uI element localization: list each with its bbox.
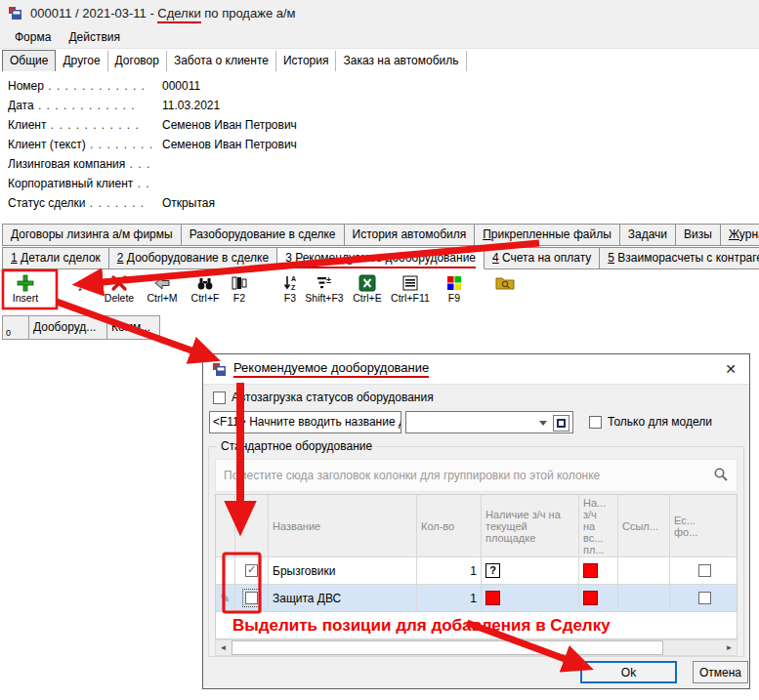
equipment-name-input[interactable]: <F11> Начните вводить название дообор <box>209 411 401 433</box>
column-header-dooborudovanie[interactable]: Дооборуд... <box>29 316 107 340</box>
header-nalichie-current[interactable]: Наличие з/ч на текущей площадке <box>482 495 579 557</box>
grid-toolbar: Insert Delete Ctrl+M Ctrl+F F2 AZ F3 ± S <box>4 274 518 315</box>
top-tab-strip: Общие Другое Договор Забота о клиенте Ис… <box>2 50 467 71</box>
tab-razoborudovanie[interactable]: Разоборудование в сделке <box>181 224 345 246</box>
insert-button[interactable]: Insert <box>4 274 47 304</box>
tab-2-dooborudovanie[interactable]: 2 Дооборудование в сделке <box>108 247 277 269</box>
tab-dogovory-lizinga[interactable]: Договоры лизинга а/м фирмы <box>2 224 182 246</box>
header-nalichie-all[interactable]: На... з/ч на вс... пл... <box>579 495 618 557</box>
scroll-left-icon[interactable] <box>216 643 231 652</box>
field-row: Статус сделки . . . . . . .Открытая <box>8 193 438 213</box>
horizontal-scrollbar[interactable] <box>215 639 738 656</box>
field-status-value[interactable]: Открытая <box>162 196 215 210</box>
field-row: Лизинговая компания . . . <box>8 154 438 174</box>
title-underlined-word: Сделки <box>157 6 200 23</box>
open-list-icon[interactable] <box>553 415 569 432</box>
equipment-row-zashchita-dvs[interactable]: Защита ДВС 1 <box>216 585 737 612</box>
folder-search-icon <box>495 274 515 292</box>
svg-text:Z: Z <box>291 284 296 291</box>
filter-plusminus-icon: ± <box>315 274 334 292</box>
equipment-combo[interactable] <box>405 411 573 433</box>
tab-vizy[interactable]: Визы <box>675 224 721 246</box>
tab-obshchie[interactable]: Общие <box>2 50 56 71</box>
header-kolvo[interactable]: Кол-во <box>417 495 482 557</box>
model-only-checkbox[interactable] <box>589 416 602 429</box>
svg-text:±: ± <box>326 275 331 285</box>
column-header-kommentariy[interactable]: Комм... <box>107 316 160 340</box>
field-row: Дата . . . . . . . . . . . .11.03.2021 <box>8 96 438 115</box>
header-nazvanie[interactable]: Название <box>269 495 417 557</box>
cell-link <box>618 585 670 612</box>
header-checkbox-column[interactable] <box>235 495 269 557</box>
tab-zadachi[interactable]: Задачи <box>619 224 676 246</box>
sort-az-icon: AZ <box>280 274 300 292</box>
availability-status-icon <box>485 591 500 605</box>
excel-export-button[interactable]: Ctrl+E <box>346 274 389 304</box>
grid-header-row: Название Кол-во Наличие з/ч на текущей п… <box>216 495 737 557</box>
tab-drugoe[interactable]: Другое <box>56 51 107 71</box>
find-binoculars-icon <box>195 274 215 292</box>
row-indicator <box>216 557 235 585</box>
edit-button[interactable] <box>72 274 98 292</box>
menu-forma[interactable]: Форма <box>6 27 60 47</box>
cell-name[interactable]: Защита ДВС <box>269 585 417 612</box>
field-klient-text-value[interactable]: Семенов Иван Петрович <box>162 138 297 151</box>
cell-link <box>618 557 670 585</box>
row-checkbox[interactable] <box>245 592 258 604</box>
field-klient-value[interactable]: Семенов Иван Петрович <box>162 118 297 132</box>
row-checkbox-cell[interactable] <box>235 557 269 585</box>
search-icon[interactable] <box>713 467 729 485</box>
app-form-icon <box>8 6 22 21</box>
cell-qty[interactable]: 1 <box>417 585 482 612</box>
cell-qty[interactable]: 1 <box>417 557 482 585</box>
close-icon[interactable] <box>721 361 740 377</box>
cell-photo[interactable] <box>670 557 738 585</box>
header-ssylka[interactable]: Ссыл... <box>618 495 670 557</box>
deal-equipment-grid-header: 0 Дооборуд... Комм... <box>2 315 160 340</box>
tab-4-scheta[interactable]: 4 Счета на оплату <box>484 247 600 269</box>
header-est-foto[interactable]: Ес... фо... <box>670 495 738 557</box>
tab-dogovor[interactable]: Договор <box>108 51 167 71</box>
tab-prikreplennye[interactable]: Прикрепленные файлы <box>474 224 620 246</box>
folder-search-button[interactable] <box>492 274 518 292</box>
columns-button[interactable]: F2 <box>227 274 252 304</box>
group-by-panel[interactable]: Поместите сюда заголовок колонки для гру… <box>215 459 738 492</box>
equipment-row-bryzgoviki[interactable]: Брызговики 1 <box>216 557 737 585</box>
ok-button[interactable]: Ok <box>580 661 677 683</box>
scrollbar-thumb[interactable] <box>232 640 663 655</box>
tab-zabota[interactable]: Забота о клиенте <box>167 51 276 71</box>
model-only-checkbox-row: Только для модели <box>589 415 712 429</box>
field-nomer-value[interactable]: 000011 <box>162 79 200 93</box>
report-button[interactable]: Ctrl+F11 <box>389 274 432 304</box>
find-button[interactable]: Ctrl+F <box>184 274 227 304</box>
sort-button[interactable]: AZ F3 <box>277 274 303 304</box>
filter-button[interactable]: ± Shift+F3 <box>303 274 346 304</box>
photo-checkbox[interactable] <box>698 592 711 604</box>
autoload-checkbox[interactable] <box>213 391 226 404</box>
cell-name[interactable]: Брызговики <box>269 557 417 585</box>
cell-photo[interactable] <box>670 585 738 612</box>
photo-checkbox[interactable] <box>698 564 711 577</box>
cell-availability-current <box>482 557 579 585</box>
cancel-button[interactable]: Отмена <box>693 661 748 683</box>
autoload-checkbox-label: Автозагрузка статусов оборудования <box>232 391 434 404</box>
tab-istoriya[interactable]: История <box>276 51 337 71</box>
autoload-checkbox-row: Автозагрузка статусов оборудования <box>213 391 434 404</box>
tab-5-vzaimoraschety[interactable]: 5 Взаиморасчеты с контрагентами <box>599 247 759 269</box>
chevron-down-icon[interactable] <box>539 421 547 426</box>
field-data-value[interactable]: 11.03.2021 <box>162 99 220 112</box>
scroll-right-icon[interactable] <box>722 643 737 652</box>
tab-1-detali[interactable]: 1 Детали сделок <box>2 247 109 269</box>
tab-zakaz[interactable]: Заказ на автомобиль <box>336 51 466 71</box>
row-checkbox-cell[interactable] <box>235 585 269 612</box>
back-button[interactable]: Ctrl+M <box>141 274 184 304</box>
row-checkbox[interactable] <box>245 564 258 577</box>
delete-button[interactable]: Delete <box>98 274 141 304</box>
model-only-checkbox-label: Только для модели <box>608 415 712 429</box>
menu-deystviya[interactable]: Действия <box>60 27 129 47</box>
tab-istoriya-avto[interactable]: История автомобиля <box>344 224 476 246</box>
colors-button[interactable]: F9 <box>442 274 467 304</box>
tab-3-rekomenduemoe[interactable]: 3 Рекомендуемое дооборудование <box>276 247 485 269</box>
tab-zhurnal[interactable]: Журнал изменений <box>720 224 759 246</box>
back-arrow-icon <box>152 274 172 292</box>
